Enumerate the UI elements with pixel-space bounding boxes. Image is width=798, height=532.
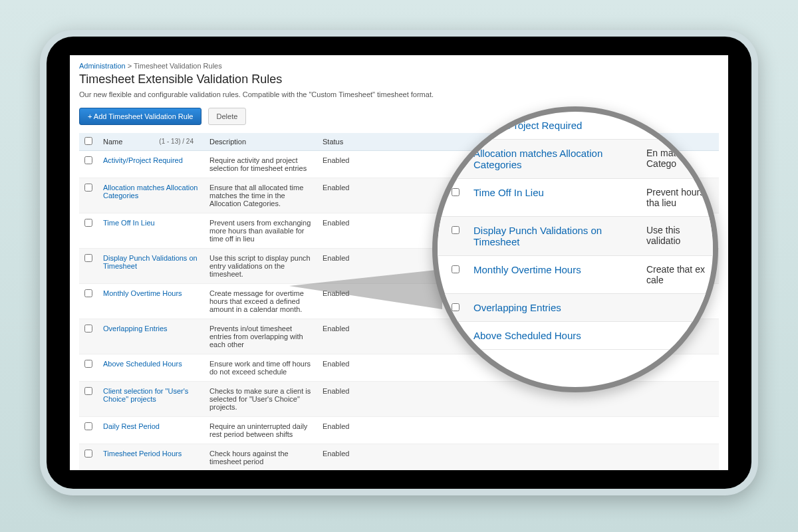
rule-name-link[interactable]: Activity/Project Required	[103, 156, 183, 164]
rule-status: Enabled	[317, 417, 719, 444]
rule-name-link[interactable]: Monthly Overtime Hours	[473, 264, 581, 275]
row-checkbox[interactable]	[84, 156, 92, 164]
rule-description: Require an uninterrupted daily rest peri…	[204, 417, 317, 444]
breadcrumb-current: Timesheet Validation Rules	[134, 62, 222, 70]
rule-name-link[interactable]: Time Off In Lieu	[473, 187, 544, 198]
header-name: Name(1 - 13) / 24	[98, 133, 204, 151]
table-row: Timesheet Period HoursCheck hours agains…	[79, 444, 719, 471]
breadcrumb: Administration > Timesheet Validation Ru…	[79, 62, 719, 70]
rule-name-link[interactable]: Above Scheduled Hours	[473, 330, 581, 341]
rule-description: Require activity and project selection f…	[204, 151, 317, 178]
rule-status: Enabled	[317, 382, 719, 417]
rule-name-link[interactable]: Allocation matches Allocation Categories	[103, 184, 198, 200]
rule-name-link[interactable]: Client selection for "User's Choice" pro…	[103, 387, 188, 403]
rule-name-link[interactable]: Allocation matches Allocation Categories	[473, 148, 602, 170]
rule-name-link[interactable]: Monthly Overtime Hours	[103, 289, 182, 297]
row-checkbox[interactable]	[84, 360, 92, 368]
row-checkbox[interactable]	[84, 219, 92, 227]
table-row: Client selection for "User's Choice" pro…	[79, 382, 719, 417]
magnified-row: Display Punch Validations on TimesheetUs…	[438, 217, 713, 256]
row-count: (1 - 13) / 24	[159, 138, 199, 145]
rule-name-link[interactable]: Time Off In Lieu	[103, 219, 155, 227]
row-checkbox[interactable]	[84, 254, 92, 262]
page-subtitle: Our new flexible and configurable valida…	[79, 90, 719, 98]
rule-name-link[interactable]: Overlapping Entries	[473, 302, 561, 313]
rule-description: Check hours against the timesheet period	[204, 444, 317, 471]
add-rule-button[interactable]: + Add Timesheet Validation Rule	[79, 108, 201, 125]
magnified-row: Time Off In LieuPrevent hours tha lieu	[438, 179, 713, 217]
rule-name-link[interactable]: Above Scheduled Hours	[103, 360, 182, 368]
rule-name-link[interactable]: Display Punch Validations on Timesheet	[103, 254, 198, 270]
rule-name-link[interactable]: Timesheet Period Hours	[103, 450, 182, 458]
header-checkbox-cell	[79, 133, 98, 151]
magnifier-lens: Activity/Project RequiredAllocation matc…	[432, 106, 718, 392]
svg-marker-0	[289, 269, 442, 309]
select-all-checkbox[interactable]	[84, 137, 92, 145]
row-checkbox[interactable]	[84, 422, 92, 430]
rule-description: Use this validatio	[646, 225, 706, 246]
rule-name-link[interactable]: Overlapping Entries	[103, 325, 168, 332]
rule-status: Enabled	[317, 444, 719, 471]
breadcrumb-root[interactable]: Administration	[79, 62, 126, 70]
row-checkbox[interactable]	[84, 450, 92, 458]
row-checkbox[interactable]	[84, 387, 92, 395]
rule-description: Ensure work and time off hours do not ex…	[204, 354, 317, 382]
rule-description: Create that ex cale	[646, 264, 706, 285]
row-checkbox[interactable]	[452, 303, 460, 311]
rule-name-link[interactable]: Display Punch Validations on Timesheet	[473, 225, 602, 247]
magnified-row: Above Scheduled Hours	[438, 322, 713, 350]
row-checkbox[interactable]	[452, 188, 460, 196]
row-checkbox[interactable]	[84, 325, 92, 332]
header-description: Description	[204, 133, 317, 151]
magnified-row: Allocation matches Allocation Categories…	[438, 140, 713, 179]
rule-description: Prevent users from exchanging more hours…	[204, 213, 317, 249]
breadcrumb-sep: >	[128, 62, 132, 70]
rule-name-link[interactable]: Daily Rest Period	[103, 422, 160, 430]
page-title: Timesheet Extensible Validation Rules	[79, 72, 719, 86]
row-checkbox[interactable]	[84, 184, 92, 192]
table-row: Daily Rest PeriodRequire an uninterrupte…	[79, 417, 719, 444]
rule-description: Ensure that all allocated time matches t…	[204, 178, 317, 213]
magnified-row: Overlapping Entries	[438, 294, 713, 322]
rule-description: Checks to make sure a client is selected…	[204, 382, 317, 417]
row-checkbox[interactable]	[452, 226, 460, 234]
rule-description: Prevent hours tha lieu	[646, 187, 706, 208]
row-checkbox[interactable]	[84, 289, 92, 297]
magnified-row: Monthly Overtime HoursCreate that ex cal…	[438, 256, 713, 294]
row-checkbox[interactable]	[452, 265, 460, 273]
delete-button[interactable]: Delete	[208, 108, 247, 125]
rule-description: Prevents in/out timesheet entries from o…	[204, 319, 317, 354]
